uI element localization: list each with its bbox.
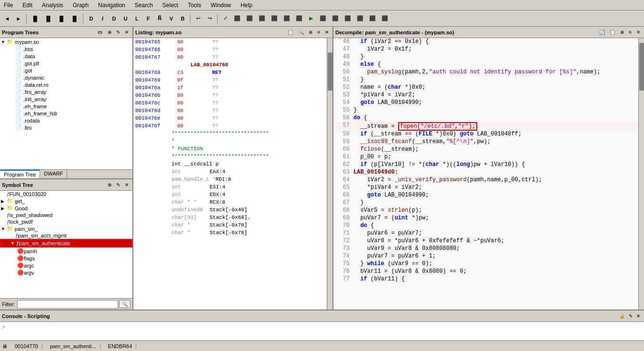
program-trees-close[interactable]: ✕ xyxy=(123,29,131,36)
symbol-fun-00103020[interactable]: ƒ FUN_00103020 xyxy=(0,191,132,197)
tree-rodata[interactable]: 📄 .rodata xyxy=(0,117,132,124)
menu-navigation[interactable]: Navigation xyxy=(96,1,127,10)
tree-data-rel-ro[interactable]: 📄 .data.rel.ro xyxy=(0,81,132,88)
program-trees-scroll[interactable]: ▼ 📁 mypam.so 📄 .bss 📄 .data xyxy=(0,38,132,169)
toolbar-run[interactable]: ▶ xyxy=(306,13,316,24)
toolbar-u[interactable]: U xyxy=(120,13,131,24)
decompile-icon3[interactable]: ⊕ xyxy=(618,29,626,36)
menu-analysis[interactable]: Analysis xyxy=(40,1,65,10)
listing-code-area[interactable]: 00104765 00 ?? 00104766 00 ?? 00104767 0… xyxy=(133,38,327,310)
tab-program-tree[interactable]: Program Tree xyxy=(0,170,40,178)
menu-edit[interactable]: Edit xyxy=(20,1,34,10)
tree-init-array[interactable]: 📄 .init_array xyxy=(0,95,132,103)
tree-eh-frame[interactable]: 📄 .eh_frame xyxy=(0,103,132,110)
decompile-scrollbar[interactable] xyxy=(638,38,644,310)
decompile-scroll-thumb[interactable] xyxy=(639,43,644,91)
program-trees-icon3[interactable]: ✎ xyxy=(114,29,122,36)
listing-icon3[interactable]: ⊕ xyxy=(307,29,314,36)
toolbar-sq6[interactable]: ⬛ xyxy=(293,13,305,24)
tree-got-plt[interactable]: 📄 .got.plt xyxy=(0,60,132,67)
listing-scrollbar[interactable] xyxy=(327,38,332,310)
tree-bss[interactable]: 📄 .bss xyxy=(0,45,132,52)
symbol-flags[interactable]: 🔴 flags xyxy=(0,255,132,262)
tree-dynamic[interactable]: 📄 .dynamic xyxy=(0,74,132,81)
listing-icon2[interactable]: 🔍 xyxy=(296,29,306,36)
toolbar-i[interactable]: I xyxy=(97,13,108,24)
console-icon2[interactable]: ✎ xyxy=(627,312,634,320)
tree-fini[interactable]: 📄 .fini xyxy=(0,124,132,131)
toolbar-btn4[interactable]: ▐▌ xyxy=(69,13,81,24)
toolbar-l[interactable]: L xyxy=(131,13,142,24)
toolbar-sq2[interactable]: ⬛ xyxy=(244,13,255,24)
listing-icon1[interactable]: 📋 xyxy=(286,29,295,36)
menu-search[interactable]: Search xyxy=(133,1,155,10)
listing-icon4[interactable]: ≡ xyxy=(315,29,322,36)
symbol-pam-sm-acct-mgmt[interactable]: ƒ pam_sm_acct_mgmt xyxy=(0,232,132,239)
decompile-icon4[interactable]: ≡ xyxy=(627,29,634,36)
filter-btn[interactable]: 🔍 xyxy=(119,300,131,308)
toolbar-f[interactable]: F xyxy=(143,13,153,24)
menu-tools[interactable]: Tools xyxy=(186,1,203,10)
tree-root[interactable]: ▼ 📁 mypam.so xyxy=(0,38,132,45)
menu-help[interactable]: Help xyxy=(239,1,254,10)
console-input[interactable] xyxy=(7,324,642,331)
symbol-pam-sm[interactable]: ▼ 📁 pam_sm_ xyxy=(0,225,132,232)
symbol-argv[interactable]: 🔴 argv xyxy=(0,269,132,276)
symbol-argc[interactable]: 🔴 argc xyxy=(0,262,132,269)
tree-eh-frame-hdr[interactable]: 📄 .eh_frame_hdr xyxy=(0,110,132,117)
decompile-icon2[interactable]: 📋 xyxy=(608,29,617,36)
toolbar-v[interactable]: V xyxy=(166,13,176,24)
menu-file[interactable]: File xyxy=(2,1,15,10)
toolbar-sq12[interactable]: ⬛ xyxy=(379,13,391,24)
program-trees-icon2[interactable]: ⊕ xyxy=(106,29,113,36)
menu-window[interactable]: Window xyxy=(209,1,233,10)
symbol-lock-pwdf[interactable]: ƒ lock_pwdf xyxy=(0,218,132,225)
symbol-tree-scroll[interactable]: ƒ FUN_00103020 ▶ 📁 get_ ▶ 📁 Good xyxy=(0,191,132,298)
tree-fini-array[interactable]: 📄 .fini_array xyxy=(0,88,132,95)
symbol-pam-sm-authenticate[interactable]: ▼ ƒ pam_sm_authenticate xyxy=(0,239,132,248)
toolbar-undo[interactable]: ↩ xyxy=(193,13,203,24)
decompile-icon1[interactable]: 🔄 xyxy=(597,29,607,36)
symbol-tree-icon2[interactable]: ✎ xyxy=(114,181,122,188)
toolbar-sq11[interactable]: ⬛ xyxy=(367,13,378,24)
toolbar-d2[interactable]: D xyxy=(109,13,119,24)
toolbar-forward[interactable]: ► xyxy=(13,13,24,24)
toolbar-btn1[interactable]: ▐▌ xyxy=(29,13,41,24)
toolbar-r[interactable]: R̅ xyxy=(154,13,165,24)
toolbar-back[interactable]: ◄ xyxy=(2,13,12,24)
toolbar-sq9[interactable]: ⬛ xyxy=(342,13,353,24)
tree-data[interactable]: 📄 .data xyxy=(0,52,132,60)
console-icon1[interactable]: 🔒 xyxy=(617,312,627,320)
tab-dwarf[interactable]: DWARF xyxy=(40,170,67,178)
symbol-tree-close[interactable]: ✕ xyxy=(123,181,131,188)
symbol-get[interactable]: ▶ 📁 get_ xyxy=(0,197,132,205)
listing-scroll-thumb[interactable] xyxy=(328,52,332,91)
toolbar-sq3[interactable]: ⬛ xyxy=(256,13,268,24)
program-trees-icon1[interactable]: 🗁 xyxy=(96,29,105,36)
toolbar-btn2[interactable]: ▐▌ xyxy=(42,13,55,24)
symbol-tree-icon1[interactable]: ⊕ xyxy=(106,181,113,188)
toolbar-btn3[interactable]: ▐▌ xyxy=(55,13,68,24)
menu-select[interactable]: Select xyxy=(161,1,180,10)
got-plt-icon: 📄 xyxy=(15,60,22,66)
listing-close[interactable]: ✕ xyxy=(323,29,331,36)
toolbar-sq10[interactable]: ⬛ xyxy=(354,13,366,24)
symbol-is-pwd-shadowed[interactable]: ƒ is_pwd_shadowed xyxy=(0,212,132,218)
symbol-good[interactable]: ▶ 📁 Good xyxy=(0,205,132,212)
toolbar-disassemble[interactable]: D xyxy=(86,13,96,24)
toolbar-sq8[interactable]: ⬛ xyxy=(330,13,341,24)
toolbar-sq1[interactable]: ⬛ xyxy=(231,13,243,24)
toolbar-check[interactable]: ✓ xyxy=(220,13,231,24)
menu-graph[interactable]: Graph xyxy=(71,1,91,10)
decompile-code-area[interactable]: 46 if (iVar2 == 0x1e) { 47 iVar2 = 0x1f;… xyxy=(333,38,638,310)
tree-got[interactable]: 📄 .got xyxy=(0,67,132,74)
toolbar-sq4[interactable]: ⬛ xyxy=(269,13,280,24)
decompile-close[interactable]: ✕ xyxy=(634,29,642,36)
console-close[interactable]: ✕ xyxy=(634,312,642,320)
filter-input[interactable] xyxy=(17,300,119,309)
toolbar-sq7[interactable]: ⬛ xyxy=(317,13,329,24)
toolbar-b[interactable]: B xyxy=(177,13,188,24)
symbol-pamh[interactable]: 🔴 pamh xyxy=(0,248,132,255)
toolbar-sq5[interactable]: ⬛ xyxy=(281,13,292,24)
toolbar-redo[interactable]: ↪ xyxy=(204,13,215,24)
